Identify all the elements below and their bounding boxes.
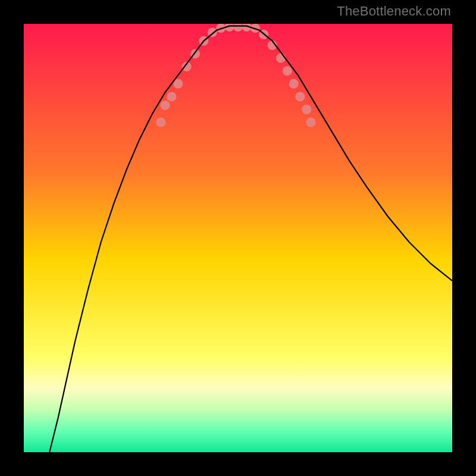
data-point	[208, 27, 217, 37]
bottleneck-curve	[49, 26, 452, 452]
data-point	[161, 101, 170, 110]
watermark-text: TheBottleneck.com	[337, 4, 451, 19]
chart-svg	[24, 24, 452, 452]
chart-frame: TheBottleneck.com	[0, 0, 476, 476]
data-point	[306, 118, 315, 127]
data-point	[233, 24, 243, 32]
data-point	[167, 92, 176, 101]
markers-group	[156, 24, 315, 127]
data-point	[276, 54, 286, 63]
data-point	[283, 66, 292, 76]
data-point	[295, 92, 305, 101]
data-point	[289, 79, 299, 89]
plot-area	[24, 24, 452, 452]
data-point	[302, 105, 311, 114]
data-point	[156, 118, 165, 127]
